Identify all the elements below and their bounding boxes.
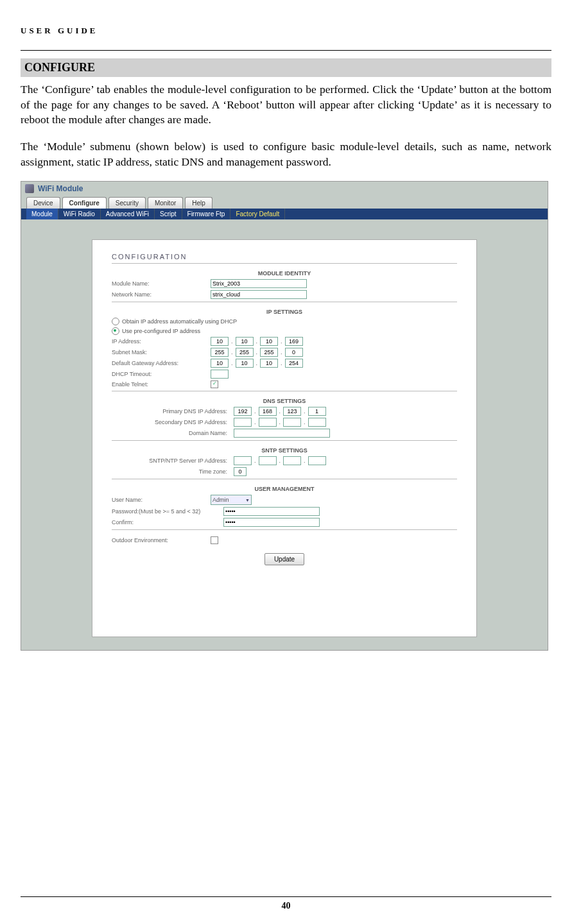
input-mask-1[interactable] xyxy=(211,348,229,357)
select-user-name[interactable]: Admin▼ xyxy=(211,495,252,505)
running-header: USER GUIDE xyxy=(21,26,551,36)
input-sdns-1[interactable] xyxy=(234,418,252,427)
page-number: 40 xyxy=(21,901,551,911)
section-user-management: USER MANAGEMENT xyxy=(112,486,457,492)
input-gw-2[interactable] xyxy=(236,359,254,368)
input-timezone[interactable] xyxy=(234,467,247,476)
checkbox-enable-telnet[interactable] xyxy=(211,381,218,388)
section-ip-settings: IP SETTINGS xyxy=(112,309,457,315)
label-primary-dns: Primary DNS IP Address: xyxy=(112,408,231,415)
body-para-1: The ‘Configure’ tab enables the module-l… xyxy=(21,82,551,128)
tab-configure[interactable]: Configure xyxy=(62,197,107,209)
update-button[interactable]: Update xyxy=(264,553,304,565)
input-pdns-2[interactable] xyxy=(259,407,277,416)
tab-device[interactable]: Device xyxy=(26,197,60,209)
app-title: WiFi Module xyxy=(38,184,83,193)
sub-tabs: Module WiFi Radio Advanced WiFi Script F… xyxy=(21,209,548,219)
section-sntp-settings: SNTP SETTINGS xyxy=(112,447,457,454)
label-domain-name: Domain Name: xyxy=(112,430,231,436)
tab-monitor[interactable]: Monitor xyxy=(148,197,183,209)
config-pane: CONFIGURATION MODULE IDENTITY Module Nam… xyxy=(92,239,477,637)
input-sdns-4[interactable] xyxy=(308,418,326,427)
input-ip-2[interactable] xyxy=(236,337,254,346)
input-ip-1[interactable] xyxy=(211,337,229,346)
pane-title: CONFIGURATION xyxy=(112,253,457,261)
label-radio-dhcp: Obtain IP address automatically using DH… xyxy=(122,318,237,325)
input-sntp-3[interactable] xyxy=(283,456,301,465)
footer-rule xyxy=(21,896,551,897)
input-sdns-3[interactable] xyxy=(283,418,301,427)
label-user-name: User Name: xyxy=(112,497,208,503)
chevron-down-icon: ▼ xyxy=(245,498,250,502)
input-gw-3[interactable] xyxy=(260,359,278,368)
label-sntp-server: SNTP/NTP Server IP Address: xyxy=(112,458,231,464)
input-ip-4[interactable] xyxy=(285,337,303,346)
input-gw-1[interactable] xyxy=(211,359,229,368)
app-logo-icon xyxy=(25,184,34,193)
input-mask-4[interactable] xyxy=(285,348,303,357)
input-sntp-2[interactable] xyxy=(259,456,277,465)
app-titlebar: WiFi Module xyxy=(21,182,548,196)
subtab-wifi-radio[interactable]: WiFi Radio xyxy=(58,209,101,219)
input-pdns-1[interactable] xyxy=(234,407,252,416)
radio-dhcp[interactable] xyxy=(112,318,119,325)
input-mask-2[interactable] xyxy=(236,348,254,357)
subtab-script[interactable]: Script xyxy=(155,209,182,219)
section-module-identity: MODULE IDENTITY xyxy=(112,270,457,277)
label-confirm: Confirm: xyxy=(112,519,221,526)
label-dhcp-timeout: DHCP Timeout: xyxy=(112,371,208,377)
subtab-factory-default[interactable]: Factory Default xyxy=(230,209,285,219)
screenshot-wifi-module: WiFi Module Device Configure Security Mo… xyxy=(21,181,548,651)
header-rule xyxy=(21,50,551,51)
input-module-name[interactable] xyxy=(211,279,307,288)
input-dhcp-timeout[interactable] xyxy=(211,370,229,379)
radio-static[interactable] xyxy=(112,327,119,335)
input-pdns-3[interactable] xyxy=(283,407,301,416)
label-outdoor: Outdoor Environment: xyxy=(112,537,208,543)
subtab-module[interactable]: Module xyxy=(26,209,58,219)
input-sntp-1[interactable] xyxy=(234,456,252,465)
input-mask-3[interactable] xyxy=(260,348,278,357)
subtab-firmware-ftp[interactable]: Firmware Ftp xyxy=(182,209,231,219)
input-domain-name[interactable] xyxy=(234,429,330,438)
label-enable-telnet: Enable Telnet: xyxy=(112,381,208,388)
label-ip-address: IP Address: xyxy=(112,338,208,345)
input-network-name[interactable] xyxy=(211,290,307,299)
input-ip-3[interactable] xyxy=(260,337,278,346)
input-confirm[interactable] xyxy=(223,518,320,527)
label-subnet-mask: Subnet Mask: xyxy=(112,349,208,355)
section-heading: CONFIGURE xyxy=(21,58,551,77)
input-pdns-4[interactable] xyxy=(308,407,326,416)
input-sdns-2[interactable] xyxy=(259,418,277,427)
checkbox-outdoor[interactable] xyxy=(211,536,218,544)
tab-help[interactable]: Help xyxy=(185,197,212,209)
input-password[interactable] xyxy=(223,507,320,516)
input-sntp-4[interactable] xyxy=(308,456,326,465)
body-para-2: The ‘Module’ submenu (shown below) is us… xyxy=(21,139,551,169)
label-password: Password:(Must be >= 5 and < 32) xyxy=(112,508,221,515)
label-radio-static: Use pre-configured IP address xyxy=(122,328,200,334)
label-timezone: Time zone: xyxy=(112,468,231,475)
label-secondary-dns: Secondary DNS IP Address: xyxy=(112,419,231,425)
label-network-name: Network Name: xyxy=(112,291,208,298)
tab-security[interactable]: Security xyxy=(108,197,146,209)
input-gw-4[interactable] xyxy=(285,359,303,368)
section-dns-settings: DNS SETTINGS xyxy=(112,398,457,404)
subtab-advanced-wifi[interactable]: Advanced WiFi xyxy=(101,209,155,219)
label-gateway: Default Gateway Address: xyxy=(112,360,208,366)
label-module-name: Module Name: xyxy=(112,280,208,287)
primary-tabs: Device Configure Security Monitor Help xyxy=(26,197,542,209)
